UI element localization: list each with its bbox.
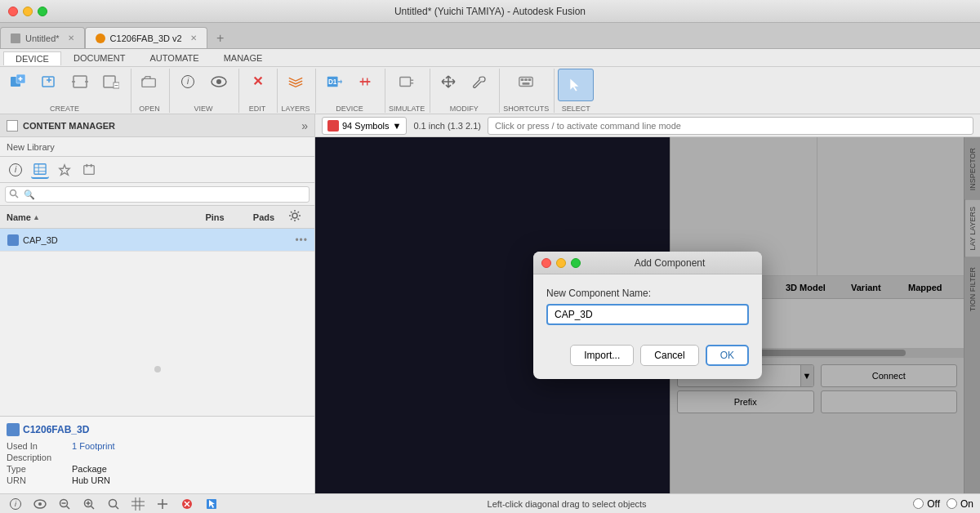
- grid-status-icon: [131, 497, 145, 511]
- col-pins-header[interactable]: Pins: [190, 212, 239, 222]
- dialog-expand-btn[interactable]: [571, 258, 581, 268]
- col-settings-header[interactable]: [288, 209, 308, 225]
- col-name-header[interactable]: Name ▲: [7, 212, 190, 222]
- dialog-label: New Component Name:: [546, 288, 749, 299]
- new-component-btn[interactable]: [3, 69, 33, 95]
- toolbar-tab-document[interactable]: DOCUMENT: [61, 51, 138, 65]
- dialog-footer: Import... Cancel OK: [533, 338, 762, 379]
- dialog-minimize-btn[interactable]: [556, 258, 566, 268]
- shortcuts-btn[interactable]: [511, 69, 541, 95]
- command-input[interactable]: [488, 117, 973, 135]
- stop-btn[interactable]: [178, 495, 196, 513]
- tab-c1206fab-label: C1206FAB_3D v2: [110, 33, 182, 43]
- wrench-btn[interactable]: [465, 69, 494, 95]
- main-toolbar: 94 Symbols ▼ 0.1 inch (1.3 2.1): [315, 114, 980, 137]
- zoom-fit-btn[interactable]: [105, 495, 122, 513]
- simulate-btn[interactable]: [392, 69, 421, 95]
- svg-text:D1: D1: [328, 78, 337, 85]
- tab-untitled[interactable]: Untitled* ✕: [0, 27, 85, 48]
- radio-off[interactable]: [913, 498, 924, 509]
- library-star-btn[interactable]: [56, 161, 74, 179]
- settings-icon: [288, 209, 301, 222]
- tab-untitled-close[interactable]: ✕: [68, 33, 74, 42]
- ok-btn[interactable]: OK: [706, 345, 749, 366]
- view-info-btn[interactable]: i: [173, 69, 203, 95]
- component-name-input[interactable]: [546, 304, 749, 325]
- svg-point-52: [109, 499, 117, 506]
- content-manager-bar: CONTENT MANAGER »: [0, 114, 314, 137]
- device-d1-btn[interactable]: D1: [319, 69, 349, 95]
- move-btn[interactable]: [434, 69, 463, 95]
- layers-btn[interactable]: [281, 69, 310, 95]
- minimize-button[interactable]: [23, 7, 33, 16]
- left-panel: CONTENT MANAGER » New Library i: [0, 114, 315, 493]
- toolbar-group-simulate: SIMULATE: [389, 69, 430, 113]
- detail-row-usedin: Used In 1 Footprint: [7, 441, 308, 451]
- col-pads-header[interactable]: Pads: [239, 212, 288, 222]
- shortcuts-icon: [518, 74, 534, 89]
- select-btn[interactable]: [558, 69, 594, 101]
- cm-collapse-arrow[interactable]: »: [301, 119, 308, 132]
- new-library-label: New Library: [7, 142, 55, 152]
- view-display-btn[interactable]: [204, 69, 234, 95]
- table-row[interactable]: CAP_3D •••: [0, 229, 314, 252]
- toolbar-tab-manage[interactable]: MANAGE: [212, 51, 275, 65]
- open-btn[interactable]: [135, 69, 164, 95]
- cm-title: CONTENT MANAGER: [7, 120, 115, 132]
- add-text-btn[interactable]: [96, 69, 126, 95]
- search-input[interactable]: [5, 186, 310, 203]
- close-button[interactable]: [8, 7, 18, 16]
- component-detail: C1206FAB_3D Used In 1 Footprint Descript…: [0, 416, 314, 493]
- cancel-btn[interactable]: Cancel: [640, 345, 698, 366]
- status-eye-icon: [33, 499, 47, 509]
- device-group-label: DEVICE: [336, 105, 363, 113]
- tab-c1206fab-close[interactable]: ✕: [190, 33, 197, 42]
- toolbar-tab-automate[interactable]: AUTOMATE: [138, 51, 212, 65]
- library-grid-btn[interactable]: [31, 161, 49, 179]
- cm-checkbox[interactable]: [7, 120, 18, 132]
- radio-on[interactable]: [947, 498, 957, 509]
- add-symbol-btn[interactable]: [65, 69, 95, 95]
- traffic-lights: [8, 7, 47, 16]
- add-status-icon: [156, 497, 169, 511]
- table-body: CAP_3D •••: [0, 229, 314, 323]
- new-tab-button[interactable]: +: [211, 29, 230, 48]
- library-filter-btn[interactable]: [80, 161, 98, 179]
- symbol-dropdown[interactable]: 94 Symbols ▼: [322, 117, 407, 135]
- device-d1-icon: D1: [326, 74, 342, 89]
- info-icon: i: [180, 74, 196, 89]
- status-eye-btn[interactable]: [31, 495, 49, 513]
- edit-delete-btn[interactable]: ✕: [243, 69, 272, 95]
- detail-row-urn: URN Hub URN: [7, 475, 308, 485]
- svg-rect-32: [34, 163, 46, 173]
- row-more-btn[interactable]: •••: [295, 234, 308, 246]
- zoom-in-btn[interactable]: [80, 495, 98, 513]
- svg-line-41: [16, 195, 18, 198]
- toolbar-tab-device[interactable]: DEVICE: [3, 51, 61, 65]
- dialog-title: Add Component: [586, 257, 754, 269]
- svg-rect-37: [84, 165, 94, 174]
- library-toolbar: i: [0, 157, 314, 183]
- tab-c1206fab[interactable]: C1206FAB_3D v2 ✕: [85, 27, 207, 48]
- select-status-btn[interactable]: [203, 495, 220, 513]
- device-connect-btn[interactable]: [350, 69, 380, 95]
- add-pin-btn[interactable]: [34, 69, 64, 95]
- import-btn[interactable]: Import...: [570, 345, 634, 366]
- panel-spacer: [0, 323, 314, 417]
- svg-point-15: [216, 79, 221, 84]
- status-info-btn[interactable]: i: [7, 495, 24, 513]
- new-library-bar: New Library: [0, 137, 314, 157]
- simulate-icon: [399, 74, 415, 89]
- content-manager-label: CONTENT MANAGER: [23, 121, 115, 131]
- svg-rect-23: [400, 77, 411, 86]
- status-message: Left-click diagonal drag to select objec…: [488, 499, 647, 509]
- maximize-button[interactable]: [38, 7, 47, 16]
- dialog-close-btn[interactable]: [541, 258, 551, 268]
- library-info-btn[interactable]: i: [7, 161, 24, 179]
- info-btn-icon: i: [9, 163, 22, 176]
- toolbar-group-device: D1 DEVICE: [319, 69, 385, 113]
- add-status-btn[interactable]: [154, 495, 172, 513]
- zoom-out-btn[interactable]: [56, 495, 74, 513]
- grid-btn[interactable]: [129, 495, 147, 513]
- status-tools-left: i: [7, 495, 220, 513]
